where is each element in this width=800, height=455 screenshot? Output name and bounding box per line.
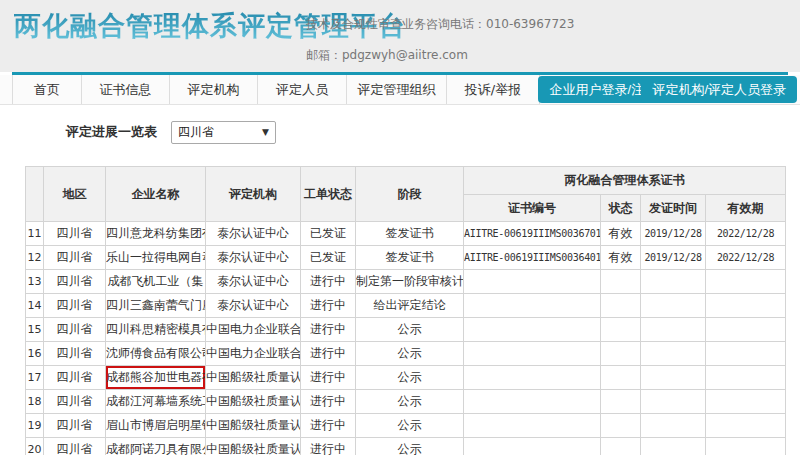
order-status-cell: 已发证 (301, 246, 356, 270)
table-row: 17四川省成都熊谷加世电器有中国船级社质量认证进行中公示 (26, 366, 786, 390)
order-status-cell: 进行中 (301, 294, 356, 318)
order-status-cell: 进行中 (301, 390, 356, 414)
order-status-cell: 进行中 (301, 366, 356, 390)
filter-row: 评定进展一览表 四川省 ▼ (66, 119, 800, 145)
page-header: 两化融合管理体系评定管理平台 两化融合管理体系评定管理平台 技术及合规性审查业务… (0, 0, 800, 72)
agency-cell: 中国电力企业联合会 (206, 342, 301, 366)
valid-until-cell (706, 438, 786, 455)
table-row: 15四川省四川科思精密模具有中国电力企业联合会进行中公示 (26, 318, 786, 342)
valid-until-cell (706, 342, 786, 366)
valid-until-cell (706, 270, 786, 294)
cert-no-cell (464, 294, 601, 318)
contact-info: 技术及合规性审查业务咨询电话：010-63967723 邮箱：pdgzwyh@a… (306, 16, 574, 78)
contact-email: 邮箱：pdgzwyh@aiitre.com (306, 47, 574, 64)
cert-status-cell (601, 366, 641, 390)
agency-cell: 中国船级社质量认证 (206, 438, 301, 455)
issue-date-cell (641, 342, 706, 366)
col-header-cert-no: 证书编号 (464, 195, 601, 222)
valid-until-cell (706, 390, 786, 414)
phase-cell: 签发证书 (356, 246, 464, 270)
cert-no-cell (464, 414, 601, 438)
company-cell: 眉山市博眉启明星铝 (106, 414, 206, 438)
cert-status-cell (601, 414, 641, 438)
region-cell: 四川省 (44, 222, 106, 246)
nav-item-2[interactable]: 评定机构 (170, 75, 258, 104)
region-cell: 四川省 (44, 342, 106, 366)
row-number: 19 (26, 414, 44, 438)
row-number: 12 (26, 246, 44, 270)
issue-date-cell (641, 294, 706, 318)
province-select[interactable]: 四川省 ▼ (171, 121, 276, 144)
progress-list-label: 评定进展一览表 (66, 123, 157, 141)
order-status-cell: 已发证 (301, 222, 356, 246)
cert-no-cell (464, 342, 601, 366)
col-header-issue-date: 发证时间 (641, 195, 706, 222)
issue-date-cell (641, 414, 706, 438)
nav-item-5[interactable]: 投诉/举报 (447, 75, 540, 104)
chevron-down-icon: ▼ (262, 127, 269, 137)
region-cell: 四川省 (44, 270, 106, 294)
order-status-cell: 进行中 (301, 342, 356, 366)
issue-date-cell: 2019/12/28 (641, 246, 706, 270)
valid-until-cell (706, 318, 786, 342)
main-nav: 首页证书信息评定机构评定人员评定管理组织投诉/举报企业用户登录/注册 评定机构/… (0, 75, 800, 105)
nav-item-1[interactable]: 证书信息 (82, 75, 170, 104)
row-number: 17 (26, 366, 44, 390)
cert-no-cell (464, 390, 601, 414)
cert-group-header: 两化融合管理体系证书 (464, 167, 786, 195)
row-number: 14 (26, 294, 44, 318)
region-cell: 四川省 (44, 390, 106, 414)
valid-until-cell: 2022/12/28 (706, 222, 786, 246)
region-cell: 四川省 (44, 294, 106, 318)
assessment-progress-table: 地区 企业名称 评定机构 工单状态 阶段 两化融合管理体系证书 证书编号 状态 … (25, 166, 786, 455)
cert-no-cell (464, 318, 601, 342)
company-cell: 成都阿诺刀具有限公 (106, 438, 206, 455)
issue-date-cell (641, 390, 706, 414)
col-header-company: 企业名称 (106, 167, 206, 222)
row-number: 11 (26, 222, 44, 246)
table-row: 20四川省成都阿诺刀具有限公中国船级社质量认证进行中公示 (26, 438, 786, 455)
cert-status-cell (601, 270, 641, 294)
valid-until-cell (706, 294, 786, 318)
table-row: 16四川省沈师傅食品有限公司中国电力企业联合会进行中公示 (26, 342, 786, 366)
region-cell: 四川省 (44, 318, 106, 342)
issue-date-cell (641, 366, 706, 390)
phase-cell: 给出评定结论 (356, 294, 464, 318)
row-number: 16 (26, 342, 44, 366)
col-header-agency: 评定机构 (206, 167, 301, 222)
issue-date-cell: 2019/12/28 (641, 222, 706, 246)
assessor-login-button[interactable]: 评定机构/评定人员登录 (641, 76, 797, 103)
order-status-cell: 进行中 (301, 438, 356, 455)
contact-phone: 技术及合规性审查业务咨询电话：010-63967723 (306, 16, 574, 33)
issue-date-cell (641, 270, 706, 294)
cert-status-cell (601, 294, 641, 318)
company-cell-highlighted: 成都熊谷加世电器有 (106, 366, 206, 390)
cert-no-cell: AIITRE-00619IIIMS0036401 (464, 246, 601, 270)
valid-until-cell: 2022/12/28 (706, 246, 786, 270)
row-number: 15 (26, 318, 44, 342)
region-cell: 四川省 (44, 414, 106, 438)
cert-no-cell (464, 438, 601, 455)
row-number-header (26, 167, 44, 222)
col-header-cert-status: 状态 (601, 195, 641, 222)
table-row: 14四川省四川三鑫南蕾气门座泰尔认证中心进行中给出评定结论 (26, 294, 786, 318)
nav-item-4[interactable]: 评定管理组织 (347, 75, 447, 104)
col-header-valid-until: 有效期 (706, 195, 786, 222)
order-status-cell: 进行中 (301, 414, 356, 438)
agency-cell: 泰尔认证中心 (206, 246, 301, 270)
company-cell: 成都飞机工业（集 (106, 270, 206, 294)
nav-item-0[interactable]: 首页 (12, 75, 82, 104)
row-number: 20 (26, 438, 44, 455)
region-cell: 四川省 (44, 438, 106, 455)
valid-until-cell (706, 366, 786, 390)
agency-cell: 中国电力企业联合会 (206, 318, 301, 342)
phase-cell: 公示 (356, 318, 464, 342)
company-cell: 四川三鑫南蕾气门座 (106, 294, 206, 318)
table-body: 11四川省四川意龙科纺集团有泰尔认证中心已发证签发证书AIITRE-00619I… (26, 222, 786, 455)
phase-cell: 签发证书 (356, 222, 464, 246)
col-header-order-status: 工单状态 (301, 167, 356, 222)
cert-status-cell (601, 438, 641, 455)
agency-cell: 中国船级社质量认证 (206, 366, 301, 390)
phase-cell: 公示 (356, 438, 464, 455)
nav-item-3[interactable]: 评定人员 (258, 75, 347, 104)
